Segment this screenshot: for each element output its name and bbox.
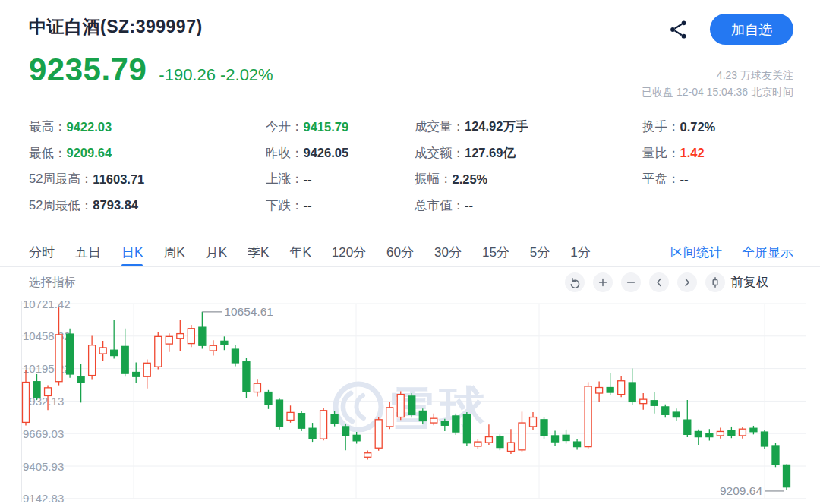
candle [397, 395, 404, 417]
tab-6[interactable]: 年K [289, 237, 311, 268]
candle [728, 430, 735, 436]
candle [276, 400, 283, 427]
candle [618, 381, 625, 395]
zoom-in-button[interactable] [593, 272, 613, 292]
stat-label: 上涨： [266, 171, 304, 187]
tab-7[interactable]: 120分 [332, 237, 366, 268]
tab-12[interactable]: 1分 [570, 237, 590, 268]
candle [67, 334, 74, 374]
stat-label: 52周最高： [29, 171, 93, 187]
candle [55, 335, 62, 382]
stat-value: 9415.79 [304, 120, 349, 134]
stat-cell-13: 下跌：-- [266, 193, 415, 219]
y-axis-tick: 9405.93 [23, 460, 64, 473]
stat-value: 0.72% [680, 120, 716, 134]
stat-label: 平盘： [642, 171, 680, 187]
high-annotation-label: 10654.61 [224, 305, 273, 318]
kline-chart[interactable]: 10721.4210458.3210195.229932.139669.0394… [0, 296, 820, 504]
candle [254, 383, 260, 392]
candle [706, 433, 713, 437]
period-tabbar: 分时五日日K周K月K季K年K120分60分30分15分5分1分 区间统计全屏显示 [0, 238, 820, 267]
candle [342, 427, 349, 436]
undo-icon [569, 276, 581, 288]
candle [99, 348, 106, 354]
stat-value: -- [680, 172, 689, 187]
tab-0[interactable]: 分时 [29, 237, 55, 268]
candle [772, 446, 779, 464]
candle [541, 420, 547, 436]
quote-meta: 4.23 万球友关注 已收盘 12-04 15:04:36 北京时间 [642, 67, 793, 100]
candle [662, 407, 669, 414]
stat-value: 9209.64 [67, 146, 112, 160]
candle [298, 414, 305, 429]
tab-3[interactable]: 周K [163, 237, 184, 268]
candle [739, 429, 746, 436]
candle [530, 417, 537, 427]
add-watchlist-button[interactable]: 加自选 [710, 14, 793, 45]
candle [287, 412, 294, 420]
stat-cell-1: 今开：9415.79 [266, 114, 415, 140]
candle [717, 431, 724, 436]
candle [563, 435, 569, 440]
prev-icon [653, 276, 665, 288]
candle [761, 432, 768, 446]
tab-11[interactable]: 5分 [530, 237, 550, 268]
share-icon[interactable] [667, 18, 690, 41]
candle [419, 411, 426, 421]
stat-value: 9422.03 [67, 120, 112, 134]
tab-10[interactable]: 15分 [482, 237, 509, 268]
stat-value: 124.92万手 [465, 118, 528, 135]
undo-button[interactable] [565, 272, 585, 292]
change-percent: -2.02% [220, 65, 273, 84]
candle [23, 383, 30, 423]
candle [210, 345, 216, 351]
candle [430, 418, 437, 423]
period-tabs: 分时五日日K周K月K季K年K120分60分30分15分5分1分 [29, 237, 670, 268]
next-button[interactable] [677, 272, 697, 292]
tab-4[interactable]: 月K [206, 237, 227, 268]
candle-style-button[interactable] [705, 272, 725, 292]
stat-cell-7: 量比：1.42 [642, 140, 805, 167]
candle [386, 408, 393, 427]
stat-cell-0: 最高：9422.03 [29, 114, 266, 140]
chart-link-1[interactable]: 全屏显示 [742, 244, 793, 261]
stat-label: 今开： [266, 118, 304, 135]
stat-label: 成交额： [415, 145, 465, 162]
current-price: 9235.79 [29, 52, 147, 88]
stat-cell-9: 上涨：-- [266, 166, 415, 193]
candle [265, 392, 272, 405]
tab-2[interactable]: 日K [121, 237, 143, 268]
stat-label: 换手： [642, 118, 680, 135]
candle [155, 336, 162, 367]
stat-label: 总市值： [415, 197, 465, 214]
candle [45, 388, 52, 396]
candle [651, 401, 658, 406]
tab-1[interactable]: 五日 [75, 237, 101, 268]
chart-action-links: 区间统计全屏显示 [670, 244, 793, 261]
candle [750, 428, 757, 432]
zoom-out-button[interactable] [621, 272, 641, 292]
candle [408, 396, 415, 414]
candle [673, 412, 680, 417]
candle [166, 336, 172, 344]
adjust-mode-select[interactable]: 前复权 [731, 274, 769, 291]
candle [33, 382, 40, 398]
candle [784, 465, 790, 487]
stat-cell-11: 平盘：-- [642, 166, 805, 193]
chart-link-0[interactable]: 区间统计 [670, 244, 722, 261]
stat-value: 127.69亿 [465, 145, 516, 162]
tab-8[interactable]: 60分 [386, 237, 414, 268]
low-annotation-label: 9209.64 [720, 484, 762, 497]
candle [684, 420, 691, 434]
stat-value: -- [304, 198, 312, 213]
tab-5[interactable]: 季K [248, 237, 269, 268]
tab-9[interactable]: 30分 [434, 237, 462, 268]
stat-cell-5: 昨收：9426.05 [266, 140, 415, 167]
zoom-in-icon [597, 276, 609, 288]
xueqiu-watermark-logo [356, 395, 364, 418]
candle [507, 443, 514, 451]
candle [585, 386, 591, 447]
indicator-select[interactable]: 选择指标 [29, 275, 76, 291]
prev-button[interactable] [649, 272, 669, 292]
candle [243, 362, 250, 392]
